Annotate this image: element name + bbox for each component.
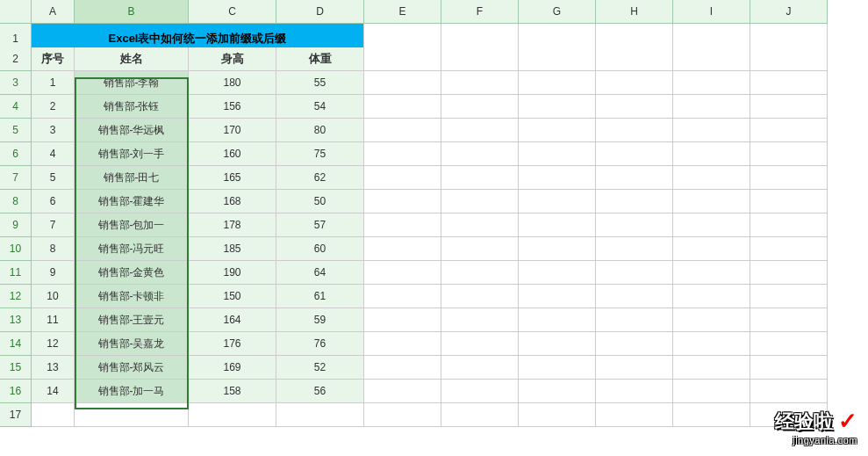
cell[interactable] [441,95,519,119]
cell[interactable] [364,261,441,285]
cell-A5[interactable]: 3 [32,119,75,142]
cell[interactable] [519,356,596,380]
cell-A6[interactable]: 4 [32,142,75,166]
cell[interactable] [750,190,828,214]
cell[interactable] [364,356,441,380]
col-header-J[interactable]: J [750,0,828,24]
cell-C8[interactable]: 168 [189,190,276,214]
cell[interactable] [441,237,519,261]
cell-B13[interactable]: 销售部-王壹元 [75,308,189,332]
cell-A12[interactable]: 10 [32,285,75,308]
row-header-7[interactable]: 7 [0,166,32,190]
cell-G2[interactable] [519,47,596,71]
cell-D16[interactable]: 56 [276,380,364,403]
cell[interactable] [441,142,519,166]
cell[interactable] [673,119,750,142]
cell-C17[interactable] [189,403,276,427]
cell[interactable] [673,71,750,95]
cell[interactable] [364,95,441,119]
cell-A16[interactable]: 14 [32,380,75,403]
cell[interactable] [364,332,441,356]
cell[interactable] [441,403,519,427]
cell[interactable] [441,214,519,237]
cell[interactable] [364,166,441,190]
cell[interactable] [519,119,596,142]
cell[interactable] [364,190,441,214]
cell-B7[interactable]: 销售部-田七 [75,166,189,190]
cell-A4[interactable]: 2 [32,95,75,119]
cell[interactable] [364,403,441,427]
cell[interactable] [750,142,828,166]
cell-D11[interactable]: 64 [276,261,364,285]
row-header-8[interactable]: 8 [0,190,32,214]
cell-D3[interactable]: 55 [276,71,364,95]
col-header-B[interactable]: B [75,0,189,24]
cell-C6[interactable]: 160 [189,142,276,166]
cell[interactable] [750,166,828,190]
cell[interactable] [441,332,519,356]
cell[interactable] [596,190,673,214]
cell-B15[interactable]: 销售部-郑风云 [75,356,189,380]
cell[interactable] [596,166,673,190]
cell[interactable] [673,332,750,356]
cell-E2[interactable] [364,47,441,71]
cell-D5[interactable]: 80 [276,119,364,142]
cell-A11[interactable]: 9 [32,261,75,285]
cell[interactable] [750,95,828,119]
cell-C2[interactable]: 身高 [189,47,276,71]
cell[interactable] [596,380,673,403]
cell[interactable] [596,119,673,142]
cell-C9[interactable]: 178 [189,214,276,237]
cell-C10[interactable]: 185 [189,237,276,261]
cell[interactable] [673,261,750,285]
cell-C13[interactable]: 164 [189,308,276,332]
row-header-15[interactable]: 15 [0,356,32,380]
cell-J2[interactable] [750,47,828,71]
cell-D7[interactable]: 62 [276,166,364,190]
cell-A7[interactable]: 5 [32,166,75,190]
cell[interactable] [596,261,673,285]
col-header-F[interactable]: F [441,0,519,24]
row-header-11[interactable]: 11 [0,261,32,285]
col-header-E[interactable]: E [364,0,441,24]
cell[interactable] [441,380,519,403]
cell-D9[interactable]: 57 [276,214,364,237]
col-header-D[interactable]: D [276,0,364,24]
cell-B8[interactable]: 销售部-霍建华 [75,190,189,214]
cell[interactable] [596,142,673,166]
cell-D6[interactable]: 75 [276,142,364,166]
cell[interactable] [596,95,673,119]
cell[interactable] [673,237,750,261]
cell[interactable] [441,119,519,142]
cell[interactable] [596,332,673,356]
cell[interactable] [673,190,750,214]
col-header-H[interactable]: H [596,0,673,24]
col-header-A[interactable]: A [32,0,75,24]
cell-A10[interactable]: 8 [32,237,75,261]
cell-D10[interactable]: 60 [276,237,364,261]
cell-B11[interactable]: 销售部-金黄色 [75,261,189,285]
row-header-10[interactable]: 10 [0,237,32,261]
cell[interactable] [750,380,828,403]
cell-D14[interactable]: 76 [276,332,364,356]
cell[interactable] [519,403,596,427]
cell-D13[interactable]: 59 [276,308,364,332]
row-header-4[interactable]: 4 [0,95,32,119]
cell[interactable] [519,285,596,308]
cell[interactable] [364,142,441,166]
cell[interactable] [364,380,441,403]
cell-D4[interactable]: 54 [276,95,364,119]
cell[interactable] [441,190,519,214]
cell-B16[interactable]: 销售部-加一马 [75,380,189,403]
cell[interactable] [673,380,750,403]
cell-C14[interactable]: 176 [189,332,276,356]
cell[interactable] [519,95,596,119]
cell-B4[interactable]: 销售部-张钰 [75,95,189,119]
cell-C16[interactable]: 158 [189,380,276,403]
row-header-9[interactable]: 9 [0,214,32,237]
cell[interactable] [441,308,519,332]
cell-B5[interactable]: 销售部-华远枫 [75,119,189,142]
cell[interactable] [673,95,750,119]
cell[interactable] [673,166,750,190]
cell[interactable] [673,285,750,308]
